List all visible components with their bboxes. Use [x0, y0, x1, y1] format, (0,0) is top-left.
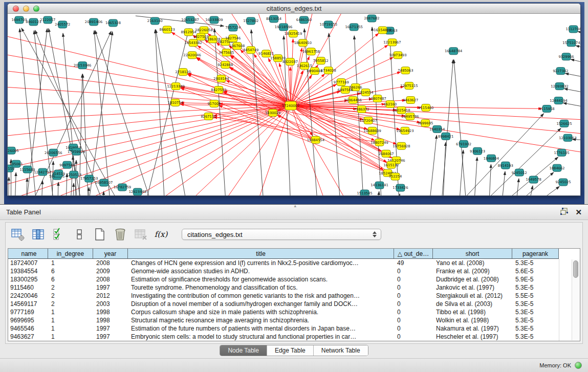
table-cell[interactable]: 0 [394, 267, 433, 275]
select-all-icon[interactable] [52, 228, 66, 242]
table-cell[interactable]: 14569117 [8, 300, 48, 308]
table-cell[interactable]: 0 [394, 333, 433, 341]
tab-network-table[interactable]: Network Table [313, 345, 368, 356]
graph-edge[interactable] [8, 105, 291, 121]
table-cell[interactable]: 6 [48, 275, 93, 283]
graph-edge[interactable] [442, 142, 446, 195]
graph-edge[interactable] [565, 73, 580, 80]
graph-edge[interactable] [499, 171, 505, 195]
graph-edge[interactable] [578, 32, 580, 36]
table-row[interactable]: 1830029562008Estimation of significance … [8, 275, 559, 283]
float-panel-icon[interactable] [560, 208, 568, 217]
graph-edge[interactable] [376, 191, 379, 195]
new-table-icon[interactable] [93, 228, 106, 242]
table-cell[interactable]: 22420046 [8, 292, 48, 300]
graph-edge[interactable] [155, 30, 166, 195]
table-cell[interactable]: 1997 [93, 333, 128, 341]
table-selector-dropdown[interactable]: citations_edges.txt [182, 229, 381, 240]
table-cell[interactable]: Dudbridge et al. (2008) [433, 275, 512, 283]
table-cell[interactable]: 0 [394, 300, 433, 308]
table-cell[interactable]: Corpus callosum shape and size in male p… [128, 308, 394, 316]
graph-edge[interactable] [488, 164, 491, 195]
table-cell[interactable]: 9777169 [8, 308, 48, 316]
table-cell[interactable]: 5.3E-5 [512, 300, 559, 308]
tab-node-table[interactable]: Node Table [220, 345, 267, 356]
table-cell[interactable]: 9465546 [8, 324, 48, 333]
column-header[interactable]: name [8, 249, 48, 258]
table-cell[interactable]: 6 [48, 267, 93, 275]
column-header[interactable]: year [93, 249, 128, 258]
table-cell[interactable]: 5.3E-5 [512, 308, 559, 316]
table-cell[interactable]: 49 [394, 259, 433, 267]
graph-edge[interactable] [576, 46, 580, 52]
graph-edge[interactable] [467, 157, 558, 195]
show-columns-icon[interactable] [31, 228, 45, 242]
graph-edge[interactable] [248, 105, 291, 195]
memory-status-indicator-icon[interactable] [575, 362, 582, 369]
table-cell[interactable]: Estimation of significance thresholds fo… [128, 275, 394, 283]
table-cell[interactable]: Hescheler et al. (1997) [433, 333, 512, 341]
table-cell[interactable]: Embryonic stem cells: a model to study s… [128, 333, 394, 341]
combo-stepper-icon[interactable] [373, 231, 377, 237]
graph-edge[interactable] [426, 135, 437, 195]
graph-edge[interactable] [395, 194, 400, 195]
graph-edge[interactable] [95, 30, 161, 195]
graph-edge[interactable] [291, 105, 363, 119]
table-cell[interactable]: Genome-wide association studies in ADHD. [128, 267, 394, 275]
graph-edge[interactable] [563, 103, 580, 110]
table-cell[interactable]: 1 [48, 333, 93, 341]
table-row[interactable]: 946362711997Embryonic stem cells: a mode… [8, 333, 559, 341]
table-cell[interactable]: Investigating the contribution of common… [128, 292, 394, 300]
close-panel-icon[interactable]: ✕ [575, 208, 582, 216]
table-cell[interactable]: 0 [394, 292, 433, 300]
table-cell[interactable]: 0 [394, 308, 433, 316]
table-cell[interactable]: 1 [48, 308, 93, 316]
table-cell[interactable]: 2 [48, 283, 93, 292]
table-row[interactable]: 977716911998Corpus callosum shape and si… [8, 308, 559, 316]
table-row[interactable]: 969969511998Structural magnetic resonanc… [8, 316, 559, 324]
network-view-window[interactable]: citations_edges.txt 16947038460123212205… [7, 3, 581, 196]
table-cell[interactable]: Franke et al. (2009) [433, 267, 512, 275]
table-panel-header[interactable]: ▴ Table Panel ✕ [0, 205, 588, 220]
table-cell[interactable]: 2008 [93, 275, 128, 283]
table-cell[interactable]: 9463627 [8, 333, 48, 341]
graph-edge[interactable] [72, 183, 74, 195]
graph-edge[interactable] [57, 182, 58, 195]
table-row[interactable]: 1456911722003Disruption of a novel membe… [8, 300, 559, 308]
table-cell[interactable]: Nakamura et al. (1997) [433, 324, 512, 333]
vertical-scrollbar[interactable] [572, 259, 579, 340]
table-cell[interactable]: Jankovic et al. (1997) [433, 283, 512, 292]
network-canvas[interactable]: 1694703846012321220572405572208914061065… [8, 14, 580, 195]
column-header[interactable]: △ out_de… [394, 249, 433, 258]
table-cell[interactable]: 18300295 [8, 275, 48, 283]
table-cell[interactable]: Disruption of a novel member of a sodium… [128, 300, 394, 308]
row-height-icon[interactable] [72, 228, 86, 242]
graph-edge[interactable] [25, 178, 27, 195]
table-cell[interactable]: Changes of HCN gene expression and I(f) … [128, 259, 394, 267]
node-table[interactable]: namein_degreeyeartitle△ out_de…shortpage… [8, 248, 580, 341]
table-cell[interactable]: 1 [48, 316, 93, 324]
graph-edge[interactable] [202, 105, 291, 195]
table-cell[interactable]: 5.5E-5 [512, 292, 559, 300]
graph-edge[interactable] [8, 29, 291, 106]
table-cell[interactable]: 2 [48, 300, 93, 308]
table-cell[interactable]: 0 [394, 324, 433, 333]
table-cell[interactable]: 1997 [93, 283, 128, 292]
table-cell[interactable]: 5.3E-5 [512, 316, 559, 324]
table-cell[interactable]: 19384554 [8, 267, 48, 275]
graph-edge[interactable] [151, 105, 291, 195]
graph-edge[interactable] [354, 36, 365, 195]
table-cell[interactable]: 2012 [93, 292, 128, 300]
table-cell[interactable]: Yano et al. (2008) [433, 259, 512, 267]
table-cell[interactable]: 1997 [93, 324, 128, 333]
column-header[interactable]: short [433, 249, 512, 258]
table-cell[interactable]: 9115460 [8, 283, 48, 292]
table-cell[interactable]: 5.3E-5 [512, 259, 559, 267]
graph-edge[interactable] [181, 87, 291, 105]
table-cell[interactable]: 0 [394, 275, 433, 283]
table-cell[interactable]: de Silva et al. (2003) [433, 300, 512, 308]
table-cell[interactable]: 2003 [93, 300, 128, 308]
splitter-handle-icon[interactable]: ▴ [294, 203, 297, 208]
graph-edge[interactable] [495, 186, 559, 195]
table-cell[interactable]: 1998 [93, 308, 128, 316]
